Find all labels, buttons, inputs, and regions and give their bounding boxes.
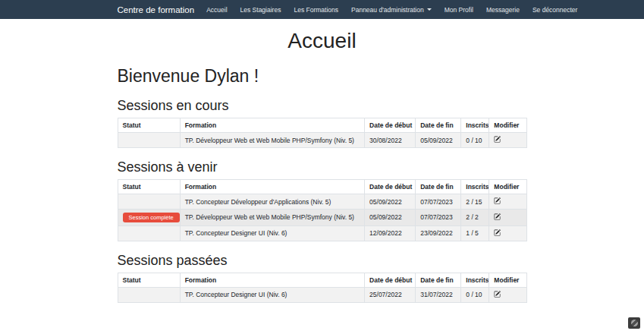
edit-session-button[interactable] <box>494 229 501 236</box>
column-header-date-de-debut: Date de début <box>365 273 416 287</box>
column-header-date-de-fin: Date de fin <box>416 118 461 133</box>
date-debut-cell: 25/07/2022 <box>365 287 416 302</box>
formation-cell: TP. Concepteur Designer UI (Niv. 6) <box>180 287 364 302</box>
nav-item-mon-profil[interactable]: Mon Profil <box>445 6 473 14</box>
sessions-table: StatutFormationDate de débutDate de finI… <box>118 273 527 303</box>
nav-item-accueil[interactable]: Accueil <box>206 6 227 14</box>
date-fin-cell: 07/07/2023 <box>416 210 461 226</box>
modifier-cell <box>489 210 526 226</box>
statut-cell: Session complète <box>118 210 180 226</box>
date-fin-cell: 31/07/2022 <box>416 287 461 302</box>
modifier-cell <box>489 225 526 241</box>
chevron-down-icon <box>427 8 432 11</box>
column-header-date-de-debut: Date de début <box>365 118 416 133</box>
table-row: TP. Concepteur Designer UI (Niv. 6)12/09… <box>118 225 526 241</box>
column-header-formation: Formation <box>180 273 364 287</box>
table-row: TP. Développeur Web et Web Mobile PHP/Sy… <box>118 133 526 148</box>
table-row: TP. Concepteur Designer UI (Niv. 6)25/07… <box>118 287 526 302</box>
nav-item-les-formations[interactable]: Les Formations <box>294 6 338 14</box>
pencil-square-icon <box>494 136 501 143</box>
column-header-statut: Statut <box>118 273 180 287</box>
column-header-date-de-debut: Date de début <box>365 180 416 194</box>
edit-session-button[interactable] <box>494 291 501 298</box>
nav-item-se-deconnecter[interactable]: Se déconnecter <box>532 6 578 14</box>
nav-item-messagerie[interactable]: Messagerie <box>486 6 520 14</box>
pencil-circle-icon <box>631 320 638 326</box>
pencil-square-icon <box>494 229 501 236</box>
navbar-links: AccueilLes StagiairesLes FormationsPanne… <box>206 6 577 14</box>
statut-cell <box>118 194 180 210</box>
navbar: Centre de formation AccueilLes Stagiaire… <box>0 0 644 19</box>
table-header-row: StatutFormationDate de débutDate de finI… <box>118 180 526 194</box>
section-sessions-passees: Sessions passéesStatutFormationDate de d… <box>118 253 527 303</box>
date-debut-cell: 05/09/2022 <box>365 194 416 210</box>
column-header-formation: Formation <box>180 118 364 133</box>
column-header-statut: Statut <box>118 180 180 194</box>
statut-cell <box>118 225 180 241</box>
section-sessions-en-cours: Sessions en coursStatutFormationDate de … <box>118 98 527 148</box>
column-header-modifier: Modifier <box>489 118 526 133</box>
modifier-cell <box>489 194 526 210</box>
sessions-sections: Sessions en coursStatutFormationDate de … <box>118 98 527 303</box>
browser-extension-badge[interactable] <box>628 317 640 329</box>
column-header-statut: Statut <box>118 118 180 133</box>
edit-session-button[interactable] <box>494 213 501 220</box>
section-sessions-a-venir: Sessions à venirStatutFormationDate de d… <box>118 159 527 241</box>
formation-cell: TP. Concepteur Designer UI (Niv. 6) <box>180 225 364 241</box>
date-fin-cell: 05/09/2022 <box>416 133 461 148</box>
modifier-cell <box>489 287 526 302</box>
main-content: Bienvenue Dylan ! Sessions en coursStatu… <box>118 66 527 303</box>
formation-cell: TP. Concepteur Développeur d'Application… <box>180 194 364 210</box>
table-row: TP. Concepteur Développeur d'Application… <box>118 194 526 210</box>
date-debut-cell: 12/09/2022 <box>365 225 416 241</box>
pencil-square-icon <box>494 197 501 204</box>
formation-cell: TP. Développeur Web et Web Mobile PHP/Sy… <box>180 133 364 148</box>
status-badge: Session complète <box>123 213 180 222</box>
column-header-modifier: Modifier <box>489 180 526 194</box>
edit-session-button[interactable] <box>494 197 501 204</box>
statut-cell <box>118 287 180 302</box>
date-fin-cell: 07/07/2023 <box>416 194 461 210</box>
column-header-inscrits: Inscrits <box>461 180 489 194</box>
table-header-row: StatutFormationDate de débutDate de finI… <box>118 273 526 287</box>
column-header-inscrits: Inscrits <box>461 273 489 287</box>
formation-cell: TP. Développeur Web et Web Mobile PHP/Sy… <box>180 210 364 226</box>
column-header-modifier: Modifier <box>489 273 526 287</box>
inscrits-cell: 2 / 2 <box>461 210 489 226</box>
column-header-inscrits: Inscrits <box>461 118 489 133</box>
statut-cell <box>118 133 180 148</box>
column-header-date-de-fin: Date de fin <box>416 273 461 287</box>
pencil-square-icon <box>494 213 501 220</box>
nav-item-les-stagiaires[interactable]: Les Stagiaires <box>240 6 281 14</box>
date-debut-cell: 30/08/2022 <box>365 133 416 148</box>
date-debut-cell: 05/09/2022 <box>365 210 416 226</box>
date-fin-cell: 23/09/2022 <box>416 225 461 241</box>
edit-session-button[interactable] <box>494 136 501 143</box>
section-heading: Sessions passées <box>118 253 527 269</box>
pencil-square-icon <box>494 291 501 298</box>
section-heading: Sessions à venir <box>118 159 527 175</box>
sessions-table: StatutFormationDate de débutDate de finI… <box>118 118 527 148</box>
sessions-table: StatutFormationDate de débutDate de finI… <box>118 179 527 241</box>
page-title: Accueil <box>0 29 644 53</box>
nav-item-panneau-d-administration[interactable]: Panneau d'administration <box>351 6 432 14</box>
column-header-formation: Formation <box>180 180 364 194</box>
table-row: Session complèteTP. Développeur Web et W… <box>118 210 526 226</box>
section-heading: Sessions en cours <box>118 98 527 114</box>
modifier-cell <box>489 133 526 148</box>
navbar-brand[interactable]: Centre de formation <box>118 5 195 14</box>
navbar-container: Centre de formation AccueilLes Stagiaire… <box>118 5 527 14</box>
inscrits-cell: 2 / 15 <box>461 194 489 210</box>
inscrits-cell: 1 / 5 <box>461 225 489 241</box>
column-header-date-de-fin: Date de fin <box>416 180 461 194</box>
inscrits-cell: 0 / 10 <box>461 287 489 302</box>
inscrits-cell: 0 / 10 <box>461 133 489 148</box>
welcome-heading: Bienvenue Dylan ! <box>118 66 527 87</box>
table-header-row: StatutFormationDate de débutDate de finI… <box>118 118 526 133</box>
